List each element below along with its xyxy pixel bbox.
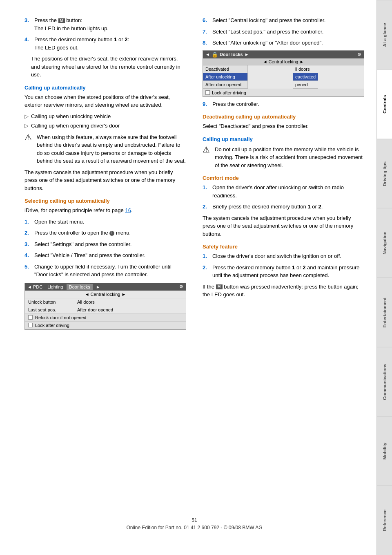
screen-mockup-2: ◄ 🔒 Door locks ► ⚙ ◄ Central locking ► D…: [203, 50, 364, 97]
comfort-step-content-1: Open the driver's door after unlocking o…: [212, 184, 364, 199]
screen1-cell-value-2: After door opened: [74, 306, 186, 313]
screen2-right-ll-doors: ll doors: [293, 65, 318, 73]
bullet-1: ▷ Calling up when unlocking vehicle: [24, 112, 186, 121]
screen-mockup-1: ◄ PDC Lighting Door locks ► ⚙ ◄ Central …: [24, 283, 186, 330]
sidebar-tab-navigation[interactable]: Navigation: [377, 208, 392, 278]
select-step-4: 4. Select "Vehicle / Tires" and press th…: [24, 251, 186, 260]
warning-box-1: ⚠ When using this feature, always make s…: [24, 133, 186, 165]
screen1-cell-label-1: Unlock button: [25, 298, 74, 306]
safety-step-2: 2. Press the desired memory button 1 or …: [203, 264, 364, 280]
safety-footer: If the M button was pressed inadvertentl…: [203, 283, 364, 299]
bullet-text-2: Calling up when opening driver's door: [31, 122, 120, 130]
screen1-lighting: Lighting: [47, 284, 63, 289]
screen2-subtitle: ◄ Central locking ►: [203, 58, 364, 65]
right-step-7: 7. Select "Last seat pos." and press the…: [203, 28, 364, 36]
idrive-ref: iDrive, for operating principle refer to…: [24, 206, 186, 215]
step-4-sub: The LED goes out.: [34, 45, 78, 51]
screen2-settings-icon: ⚙: [357, 52, 361, 57]
comfort-step-num-2: 2.: [203, 203, 210, 211]
calling-up-heading: Calling up automatically: [24, 85, 186, 91]
warning-triangle-icon: ⚠: [24, 133, 33, 165]
page-link-16[interactable]: 16: [125, 207, 131, 213]
page-container: 3. Press the M button: The LED in the bu…: [0, 0, 392, 555]
step-3-content: Press the M button: The LED in the butto…: [34, 16, 186, 32]
screen2-nav-left-arrow: ◄: [205, 52, 210, 57]
screen2-nav-right-arrow: ►: [245, 52, 249, 57]
main-content: 3. Press the M button: The LED in the bu…: [0, 0, 376, 555]
warning-box-2: ⚠ Do not call up a position from the mem…: [203, 145, 364, 170]
sidebar-tab-communications[interactable]: Communications: [377, 347, 392, 416]
sidebar-tab-reference[interactable]: Reference: [377, 486, 392, 555]
step-3-sub: The LED in the button lights up.: [34, 25, 109, 31]
calling-manually-heading: Calling up manually: [203, 136, 364, 142]
step-3: 3. Press the M button: The LED in the bu…: [24, 16, 186, 32]
comfort-step-num-1: 1.: [203, 184, 210, 199]
screen1-tab-active: Door locks: [67, 284, 93, 290]
screen1-nav-left: ◄ PDC: [27, 284, 42, 289]
screen2-checkbox: [205, 90, 210, 95]
right-step-num-6: 6.: [203, 16, 210, 25]
select-step-num-5: 5.: [24, 263, 32, 279]
checkbox-relock: [28, 315, 33, 320]
sidebar-tab-controls[interactable]: Controls: [377, 69, 392, 139]
right-step-num-7: 7.: [203, 28, 210, 36]
right-column: 6. Select "Central locking" and press th…: [198, 16, 364, 333]
warning-text: When using this feature, always make sur…: [37, 133, 186, 165]
screen2-lock-after-driving: Lock after driving: [203, 89, 364, 96]
calling-manually-warning: Do not call up a position from the memor…: [215, 145, 364, 170]
screen2-header: ◄ 🔒 Door locks ► ⚙: [203, 51, 364, 58]
sidebar: At a glance Controls Driving tips Naviga…: [376, 0, 392, 555]
comfort-heading: Comfort mode: [203, 175, 364, 181]
comfort-step-1: 1. Open the driver's door after unlockin…: [203, 184, 364, 199]
left-column: 3. Press the M button: The LED in the bu…: [24, 16, 190, 333]
select-step-num-2: 2.: [24, 229, 32, 237]
screen2-right-panel: ll doors eactivated pened: [293, 65, 318, 89]
safety-step-1: 1. Close the driver's door and switch th…: [203, 252, 364, 260]
safety-step-content-2: Press the desired memory button 1 or 2 a…: [212, 264, 364, 280]
checkbox-relock-label: Relock door if not opened: [35, 315, 86, 320]
screen1-settings-icon: ⚙: [179, 284, 183, 289]
m-button-icon-footer: M: [216, 284, 223, 289]
select-step-num-4: 4.: [24, 251, 32, 260]
bullet-arrow-1: ▷: [24, 112, 29, 121]
checkbox-lock-driving-label: Lock after driving: [35, 323, 69, 328]
screen1-row-2: Last seat pos. After door opened: [25, 306, 186, 314]
screen1-row-1: Unlock button All doors: [25, 298, 186, 306]
extra-text: The positions of the driver's seat, the …: [31, 55, 186, 79]
sidebar-tab-entertainment[interactable]: Entertainment: [377, 278, 392, 347]
step-num-4: 4.: [24, 36, 32, 51]
right-step-content-9: Press the controller.: [212, 100, 364, 108]
bullet-arrow-2: ▷: [24, 122, 29, 130]
screen2-title: Door locks: [220, 52, 243, 57]
sidebar-tab-driving-tips[interactable]: Driving tips: [377, 139, 392, 208]
screen2-right-pened: pened: [293, 81, 318, 89]
bullet-2: ▷ Calling up when opening driver's door: [24, 122, 186, 130]
right-step-9: 9. Press the controller.: [203, 100, 364, 108]
select-step-content-4: Select "Vehicle / Tires" and press the c…: [34, 251, 186, 260]
m-button-icon: M: [58, 18, 65, 23]
deactivating-text: Select "Deactivated" and press the contr…: [203, 122, 364, 130]
right-step-8: 8. Select "After unlocking" or "After do…: [203, 39, 364, 47]
select-step-num-1: 1.: [24, 218, 32, 226]
select-step-3: 3. Select "Settings" and press the contr…: [24, 240, 186, 248]
step-4-content: Press the desired memory button 1 or 2: …: [34, 36, 186, 51]
screen1-checkbox-2: Lock after driving: [25, 322, 186, 329]
screen2-lock-icon: 🔒: [212, 51, 218, 58]
screen1-checkbox-1: Relock door if not opened: [25, 314, 186, 322]
comfort-cancel-text: The system cancels the adjustment proced…: [203, 214, 364, 238]
safety-step-num-2: 2.: [203, 264, 210, 280]
comfort-step-content-2: Briefly press the desired memory button …: [212, 203, 364, 211]
select-step-5: 5. Change to upper field if necessary. T…: [24, 263, 186, 279]
safety-step-num-1: 1.: [203, 252, 210, 260]
sidebar-tab-mobility[interactable]: Mobility: [377, 416, 392, 486]
select-step-content-1: Open the start menu.: [34, 218, 186, 226]
screen2-nav-left: ◄ 🔒 Door locks ►: [205, 51, 249, 58]
screen2-left-after-unlocking: After unlocking: [203, 73, 248, 81]
screen1-header: ◄ PDC Lighting Door locks ► ⚙: [25, 283, 186, 291]
select-step-num-3: 3.: [24, 240, 32, 248]
sidebar-tab-at-a-glance[interactable]: At a glance: [377, 0, 392, 69]
select-step-1: 1. Open the start menu.: [24, 218, 186, 226]
screen1-cell-value-1: All doors: [74, 298, 186, 306]
calling-up-text: You can choose when the stored positions…: [24, 93, 186, 109]
checkbox-lock-driving: [28, 323, 33, 327]
